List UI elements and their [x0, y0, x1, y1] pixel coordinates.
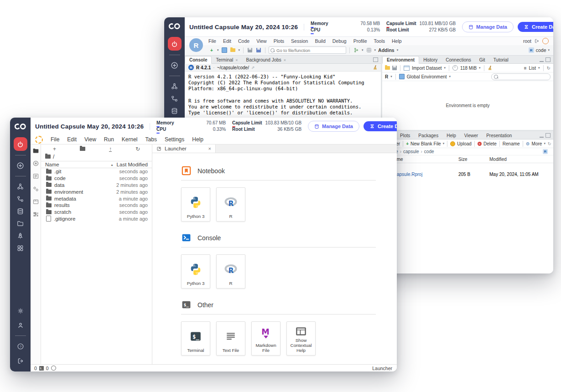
new-folder-icon[interactable] [80, 147, 85, 151]
tab-git[interactable]: Git [475, 57, 489, 63]
property-inspector-icon[interactable] [32, 186, 39, 192]
create-data-asset-button[interactable]: Create Data Asset [518, 22, 553, 32]
menu-code[interactable]: Code [238, 38, 249, 44]
launcher-card-markdown[interactable]: M Markdown File [251, 321, 280, 356]
power-button[interactable] [168, 37, 182, 51]
menu-debug[interactable]: Debug [332, 38, 347, 44]
file-row[interactable]: .gitignorea minute ago [41, 216, 152, 222]
settings-gear-icon[interactable] [14, 306, 27, 315]
import-dataset-label[interactable]: Import Dataset [412, 66, 442, 71]
minimize-pane-icon[interactable] [540, 60, 544, 62]
chevron-down-icon[interactable]: ▾ [544, 142, 545, 145]
session-status-icon[interactable] [542, 38, 549, 44]
new-project-icon[interactable] [221, 47, 228, 53]
view-mode-label[interactable]: List [529, 66, 536, 71]
menu-build[interactable]: Build [315, 38, 325, 44]
chevron-down-icon[interactable]: ▾ [374, 48, 376, 52]
data-assets-icon[interactable] [168, 106, 182, 116]
import-dataset-icon[interactable] [404, 66, 410, 71]
launcher-card-terminal[interactable]: $_ Terminal [181, 321, 210, 356]
tab-packages[interactable]: Packages [414, 132, 442, 139]
tab-launcher[interactable]: Launcher × [152, 144, 216, 153]
data-assets-icon[interactable] [14, 206, 27, 216]
upload-icon[interactable]: ↑ [109, 146, 112, 152]
account-icon[interactable] [14, 320, 27, 330]
more-button[interactable]: More [532, 141, 542, 146]
file-row-up[interactable]: ↰.. [382, 163, 553, 170]
close-icon[interactable]: × [235, 58, 238, 62]
open-file-icon[interactable] [230, 47, 236, 53]
more-gear-icon[interactable]: ⚙ [526, 141, 530, 146]
chevron-down-icon[interactable]: ▾ [449, 75, 451, 78]
menu-edit[interactable]: Edit [67, 136, 77, 143]
launcher-card-notebook-r[interactable]: R R [216, 187, 245, 222]
version-control-icon[interactable] [353, 47, 359, 53]
file-row-rproj[interactable]: Rcapsule.Rproj 205 B May 20, 2024, 11:05… [382, 170, 553, 178]
project-selector[interactable]: R code ▾ [529, 47, 553, 53]
tab-plots[interactable]: Plots [396, 132, 414, 139]
open-tabs-icon[interactable] [32, 198, 39, 205]
menu-file[interactable]: File [208, 38, 216, 44]
tab-console[interactable]: Console [185, 56, 212, 64]
file-browser-breadcrumb[interactable]: / [41, 153, 152, 160]
tab-history[interactable]: History [419, 57, 442, 63]
files-icon[interactable] [14, 219, 27, 228]
save-all-icon[interactable] [255, 47, 262, 53]
apps-icon[interactable] [14, 243, 27, 253]
file-row[interactable]: environment2 minutes ago [41, 188, 152, 195]
extension-manager-icon[interactable] [32, 211, 39, 218]
manage-data-button[interactable]: Manage Data [462, 21, 514, 32]
col-name[interactable]: Name [45, 162, 59, 167]
upload-button[interactable]: Upload [457, 141, 472, 146]
environment-scope[interactable]: Global Environment [407, 74, 447, 79]
menu-edit[interactable]: Edit [223, 38, 231, 44]
new-blank-file-icon[interactable]: + [406, 141, 409, 146]
pipelines-icon[interactable] [168, 94, 182, 103]
goto-file-input[interactable] [269, 46, 346, 54]
tab-tutorial[interactable]: Tutorial [489, 57, 513, 63]
launcher-card-contextual-help[interactable]: Show Contextual Help [286, 321, 316, 356]
maximize-pane-icon[interactable] [545, 133, 551, 138]
tab-environment[interactable]: Environment [382, 56, 419, 64]
refresh-icon[interactable]: ↻ [547, 66, 551, 71]
tab-background-jobs[interactable]: Background Jobs× [242, 57, 291, 63]
close-icon[interactable]: × [284, 58, 286, 62]
menu-view[interactable]: View [84, 136, 96, 143]
col-last-modified[interactable]: Last Modified [117, 162, 148, 167]
running-sessions-icon[interactable] [32, 160, 39, 167]
chevron-down-icon[interactable]: ▾ [444, 66, 446, 70]
command-palette-icon[interactable] [32, 173, 39, 180]
clear-console-icon[interactable] [373, 65, 377, 70]
launcher-card-console-python3[interactable]: Python 3 [181, 254, 210, 289]
menu-tabs[interactable]: Tabs [145, 136, 157, 143]
load-workspace-icon[interactable] [385, 66, 390, 70]
close-icon[interactable]: × [208, 146, 211, 151]
file-row[interactable]: data2 minutes ago [41, 182, 152, 189]
col-size[interactable]: Size [458, 157, 489, 162]
menu-help[interactable]: Help [192, 136, 203, 143]
working-directory[interactable]: ~/capsule/code/ [217, 65, 249, 70]
crumb-capsule[interactable]: capsule [403, 149, 419, 154]
menu-profile[interactable]: Profile [353, 38, 367, 44]
save-icon[interactable] [247, 47, 253, 53]
sort-asc-icon[interactable]: ▴ [111, 163, 113, 167]
chevron-down-icon[interactable]: ▾ [479, 66, 481, 70]
rename-button[interactable]: Rename [503, 141, 520, 146]
new-blank-file-button[interactable]: New Blank File [410, 141, 441, 146]
chevron-down-icon[interactable]: ▾ [239, 48, 240, 52]
file-row[interactable]: .gitseconds ago [41, 168, 152, 175]
menu-kernel[interactable]: Kernel [122, 136, 138, 143]
chevron-down-icon[interactable]: ▾ [362, 48, 364, 52]
environment-search-input[interactable] [491, 73, 551, 80]
menu-session[interactable]: Session [291, 38, 308, 44]
refresh-icon[interactable]: ↻ [135, 146, 140, 152]
kernel-icon[interactable] [51, 366, 56, 371]
menu-run[interactable]: Run [104, 136, 114, 143]
clear-objects-icon[interactable] [488, 66, 492, 71]
workspace-panes-icon[interactable] [366, 47, 372, 53]
pipelines-icon[interactable] [14, 194, 27, 204]
chevron-down-icon[interactable]: ▾ [538, 66, 540, 70]
chevron-down-icon[interactable]: ▾ [217, 48, 219, 52]
launcher-card-console-r[interactable]: R R [216, 254, 245, 289]
tab-connections[interactable]: Connections [442, 57, 475, 63]
